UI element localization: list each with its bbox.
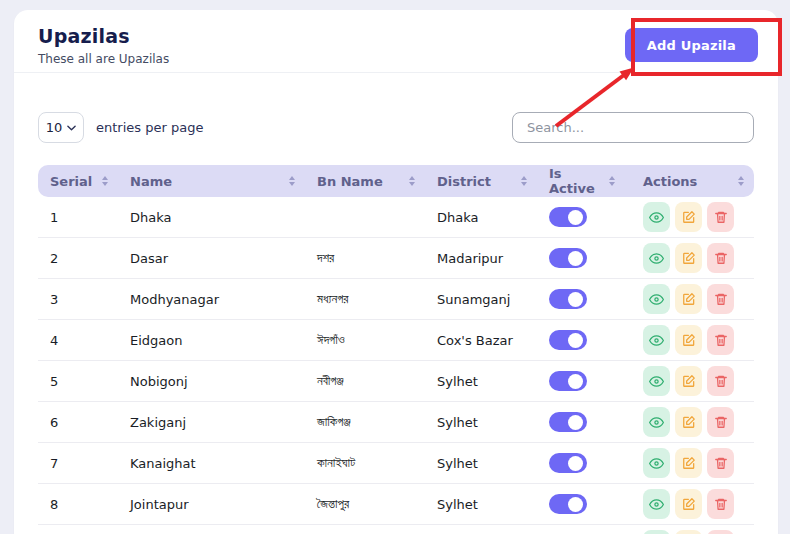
table-header-is_active[interactable]: Is Active [537, 165, 625, 197]
toggle-knob [568, 333, 583, 348]
table-row: 3 Modhyanagar মধ্যনগর Sunamganj [38, 279, 754, 320]
delete-button[interactable] [707, 202, 734, 232]
sort-arrows-icon[interactable] [609, 176, 615, 186]
is-active-toggle[interactable] [549, 494, 587, 514]
eye-icon [649, 251, 664, 266]
edit-button[interactable] [675, 407, 702, 437]
edit-button[interactable] [675, 325, 702, 355]
trash-icon [714, 456, 728, 470]
add-upazila-button[interactable]: Add Upazila [625, 28, 758, 62]
entries-count-select[interactable]: 10 [38, 112, 84, 143]
sort-arrows-icon[interactable] [409, 176, 415, 186]
view-button[interactable] [643, 325, 670, 355]
edit-icon [682, 374, 696, 388]
toggle-knob [568, 210, 583, 225]
cell-district: Sylhet [425, 497, 537, 512]
view-button[interactable] [643, 530, 670, 534]
edit-icon [682, 415, 696, 429]
view-button[interactable] [643, 448, 670, 478]
cell-bn-name: কানাইঘাট [305, 455, 425, 471]
edit-icon [682, 497, 696, 511]
search-input[interactable] [512, 112, 754, 143]
toggle-knob [568, 456, 583, 471]
delete-button[interactable] [707, 489, 734, 519]
edit-button[interactable] [675, 489, 702, 519]
edit-button[interactable] [675, 243, 702, 273]
cell-serial: 4 [38, 333, 118, 348]
toggle-knob [568, 292, 583, 307]
cell-district: Sunamganj [425, 292, 537, 307]
cell-district: Sylhet [425, 374, 537, 389]
edit-button[interactable] [675, 202, 702, 232]
table-header-serial[interactable]: Serial [38, 165, 118, 197]
delete-button[interactable] [707, 366, 734, 396]
table-controls: 10 entries per page [14, 112, 778, 143]
cell-name: Nobigonj [118, 374, 305, 389]
upazilas-table: Serial Name Bn Name District Is Active A… [38, 165, 754, 534]
entries-label: entries per page [96, 120, 203, 135]
table-header-district[interactable]: District [425, 165, 537, 197]
view-button[interactable] [643, 284, 670, 314]
cell-district: Sylhet [425, 456, 537, 471]
trash-icon [714, 251, 728, 265]
cell-serial: 7 [38, 456, 118, 471]
delete-button[interactable] [707, 325, 734, 355]
cell-name: Kanaighat [118, 456, 305, 471]
eye-icon [649, 497, 664, 512]
cell-actions [625, 366, 754, 396]
view-button[interactable] [643, 243, 670, 273]
cell-bn-name: ঈদগাঁও [305, 332, 425, 348]
delete-button[interactable] [707, 448, 734, 478]
trash-icon [714, 497, 728, 511]
cell-bn-name: মধ্যনগর [305, 291, 425, 307]
table-header-bn_name[interactable]: Bn Name [305, 165, 425, 197]
column-label: Is Active [549, 166, 609, 196]
table-row: 5 Nobigonj নবীগঞ্জ Sylhet [38, 361, 754, 402]
column-label: Serial [50, 174, 92, 189]
view-button[interactable] [643, 407, 670, 437]
edit-button[interactable] [675, 530, 702, 534]
edit-button[interactable] [675, 284, 702, 314]
delete-button[interactable] [707, 407, 734, 437]
table-row [38, 525, 754, 534]
delete-button[interactable] [707, 530, 734, 534]
edit-icon [682, 456, 696, 470]
cell-is-active [537, 494, 625, 514]
view-button[interactable] [643, 366, 670, 396]
is-active-toggle[interactable] [549, 453, 587, 473]
delete-button[interactable] [707, 243, 734, 273]
chevron-down-icon [67, 125, 76, 131]
cell-bn-name: জাকিগঞ্জ [305, 414, 425, 430]
delete-button[interactable] [707, 284, 734, 314]
eye-icon [649, 456, 664, 471]
eye-icon [649, 333, 664, 348]
edit-button[interactable] [675, 366, 702, 396]
cell-serial: 5 [38, 374, 118, 389]
is-active-toggle[interactable] [549, 207, 587, 227]
column-label: District [437, 174, 491, 189]
view-button[interactable] [643, 202, 670, 232]
cell-bn-name: জৈন্তাপুর [305, 496, 425, 512]
trash-icon [714, 415, 728, 429]
is-active-toggle[interactable] [549, 248, 587, 268]
is-active-toggle[interactable] [549, 371, 587, 391]
cell-serial: 2 [38, 251, 118, 266]
view-button[interactable] [643, 489, 670, 519]
table-header-name[interactable]: Name [118, 165, 305, 197]
is-active-toggle[interactable] [549, 330, 587, 350]
sort-arrows-icon[interactable] [521, 176, 527, 186]
table-header-actions[interactable]: Actions [625, 165, 754, 197]
is-active-toggle[interactable] [549, 412, 587, 432]
cell-serial: 8 [38, 497, 118, 512]
edit-button[interactable] [675, 448, 702, 478]
sort-arrows-icon[interactable] [738, 176, 744, 186]
cell-is-active [537, 371, 625, 391]
cell-bn-name: দশর [305, 250, 425, 266]
sort-arrows-icon[interactable] [289, 176, 295, 186]
cell-name: Jointapur [118, 497, 305, 512]
sort-arrows-icon[interactable] [102, 176, 108, 186]
cell-district: Dhaka [425, 210, 537, 225]
is-active-toggle[interactable] [549, 289, 587, 309]
cell-district: Sylhet [425, 415, 537, 430]
trash-icon [714, 374, 728, 388]
